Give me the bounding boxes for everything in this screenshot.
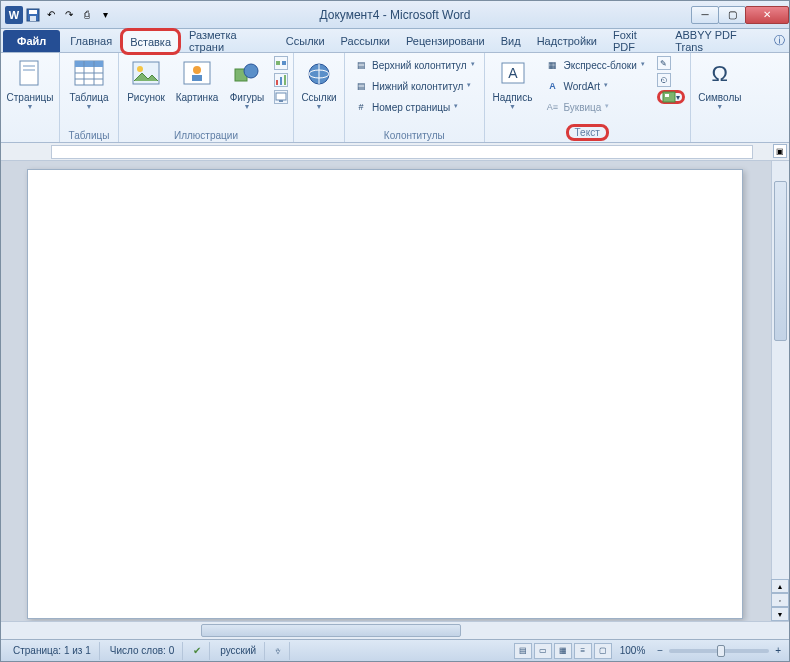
shapes-icon	[231, 58, 263, 90]
next-page-button[interactable]: ▼	[771, 607, 789, 621]
redo-icon[interactable]: ↷	[61, 7, 77, 23]
wordart-icon: A	[546, 79, 560, 93]
close-button[interactable]: ✕	[745, 6, 789, 24]
signature-line-icon[interactable]: ✎	[657, 56, 671, 70]
link-icon	[303, 58, 335, 90]
svg-rect-5	[23, 69, 35, 71]
horizontal-scrollbar[interactable]	[1, 621, 789, 639]
zoom-out-button[interactable]: −	[653, 645, 667, 656]
group-tables: Таблица ▼ Таблицы	[60, 53, 119, 142]
qat-extra-icon[interactable]: ⎙	[79, 7, 95, 23]
header-icon: ▤	[354, 58, 368, 72]
vertical-scrollbar[interactable]: ▲ ◦ ▼	[771, 161, 789, 621]
textbox-button[interactable]: A Надпись ▼	[489, 55, 537, 113]
links-button[interactable]: Ссылки ▼	[298, 55, 340, 113]
tab-insert[interactable]: Вставка	[120, 28, 181, 55]
scroll-thumb[interactable]	[774, 181, 787, 341]
ribbon: Страницы ▼ Таблица ▼ Таблицы Рисунок	[1, 53, 789, 143]
tab-abbyy[interactable]: ABBYY PDF Trans	[667, 29, 770, 52]
table-button[interactable]: Таблица ▼	[64, 55, 114, 113]
symbols-button[interactable]: Ω Символы ▼	[695, 55, 745, 113]
view-outline[interactable]: ≡	[574, 643, 592, 659]
screenshot-icon[interactable]	[274, 90, 288, 104]
group-pages: Страницы ▼	[1, 53, 60, 142]
svg-rect-3	[20, 61, 38, 85]
omega-icon: Ω	[704, 58, 736, 90]
clipart-button[interactable]: Картинка	[173, 55, 221, 106]
view-print-layout[interactable]: ▤	[514, 643, 532, 659]
tab-addins[interactable]: Надстройки	[529, 29, 605, 52]
dropcap-button[interactable]: A≡Буквица▾	[541, 97, 650, 117]
picture-button[interactable]: Рисунок	[123, 55, 169, 106]
insert-object-button[interactable]: ▾	[657, 90, 685, 104]
status-language[interactable]: русский	[212, 642, 265, 660]
date-time-icon[interactable]: ⏲	[657, 73, 671, 87]
group-links: Ссылки ▼	[294, 53, 345, 142]
table-icon	[73, 58, 105, 90]
help-icon[interactable]: ⓘ	[770, 29, 789, 52]
pages-button[interactable]: Страницы ▼	[5, 55, 55, 113]
word-app-icon: W	[5, 6, 23, 24]
view-web[interactable]: ▦	[554, 643, 572, 659]
smartart-icon[interactable]	[274, 56, 288, 70]
shapes-button[interactable]: Фигуры ▼	[225, 55, 269, 113]
quickparts-icon: ▦	[546, 58, 560, 72]
status-proofing[interactable]: ✔	[185, 642, 210, 660]
view-draft[interactable]: ▢	[594, 643, 612, 659]
tab-references[interactable]: Ссылки	[278, 29, 333, 52]
header-button[interactable]: ▤Верхний колонтитул▾	[349, 55, 480, 75]
footer-button[interactable]: ▤Нижний колонтитул▾	[349, 76, 480, 96]
chevron-down-icon: ▼	[86, 103, 93, 110]
zoom-slider[interactable]	[669, 649, 769, 653]
tab-mailings[interactable]: Рассылки	[333, 29, 398, 52]
pagenum-icon: #	[354, 100, 368, 114]
svg-rect-17	[235, 69, 247, 81]
svg-rect-25	[279, 100, 283, 102]
svg-rect-23	[284, 75, 286, 85]
clipart-icon	[181, 58, 213, 90]
view-fullscreen[interactable]: ▭	[534, 643, 552, 659]
svg-rect-31	[663, 92, 675, 102]
tab-foxit[interactable]: Foxit PDF	[605, 29, 667, 52]
minimize-button[interactable]: ─	[691, 6, 719, 24]
svg-rect-1	[29, 10, 37, 14]
svg-rect-7	[75, 61, 103, 67]
status-wordcount[interactable]: Число слов: 0	[102, 642, 183, 660]
zoom-slider-thumb[interactable]	[717, 645, 725, 657]
chevron-down-icon: ▼	[244, 103, 251, 110]
group-text-label: Текст	[566, 124, 609, 141]
prev-page-button[interactable]: ▲	[771, 579, 789, 593]
chevron-down-icon: ▼	[27, 103, 34, 110]
browse-object-button[interactable]: ◦	[771, 593, 789, 607]
svg-rect-24	[276, 93, 286, 100]
title-bar: W ↶ ↷ ⎙ ▾ Документ4 - Microsoft Word ─ ▢…	[1, 1, 789, 29]
maximize-button[interactable]: ▢	[718, 6, 746, 24]
zoom-in-button[interactable]: +	[771, 645, 785, 656]
picture-icon	[130, 58, 162, 90]
tab-layout[interactable]: Разметка страни	[181, 29, 278, 52]
quick-parts-button[interactable]: ▦Экспресс-блоки▾	[541, 55, 650, 75]
svg-rect-21	[276, 80, 278, 85]
tab-view[interactable]: Вид	[493, 29, 529, 52]
svg-point-26	[309, 64, 329, 84]
status-page[interactable]: Страница: 1 из 1	[5, 642, 100, 660]
zoom-level-label[interactable]: 100%	[614, 645, 652, 656]
page-number-button[interactable]: #Номер страницы▾	[349, 97, 480, 117]
tab-home[interactable]: Главная	[62, 29, 120, 52]
tab-file[interactable]: Файл	[3, 30, 60, 52]
tab-review[interactable]: Рецензировани	[398, 29, 493, 52]
group-text: A Надпись ▼ ▦Экспресс-блоки▾ AWordArt▾ A…	[485, 53, 691, 142]
wordart-button[interactable]: AWordArt▾	[541, 76, 650, 96]
hscroll-thumb[interactable]	[201, 624, 461, 637]
check-icon: ✔	[193, 645, 201, 656]
chart-icon[interactable]	[274, 73, 288, 87]
qat-customize-icon[interactable]: ▾	[97, 7, 113, 23]
document-page[interactable]	[27, 169, 743, 619]
quick-access-toolbar: W ↶ ↷ ⎙ ▾	[1, 6, 117, 24]
ruler-toggle-button[interactable]: ▣	[773, 144, 787, 158]
svg-point-13	[137, 66, 143, 72]
group-illustrations: Рисунок Картинка Фигуры ▼ Иллюстрации	[119, 53, 294, 142]
status-insert-mode[interactable]: ⎀	[267, 642, 290, 660]
save-icon[interactable]	[25, 7, 41, 23]
undo-icon[interactable]: ↶	[43, 7, 59, 23]
